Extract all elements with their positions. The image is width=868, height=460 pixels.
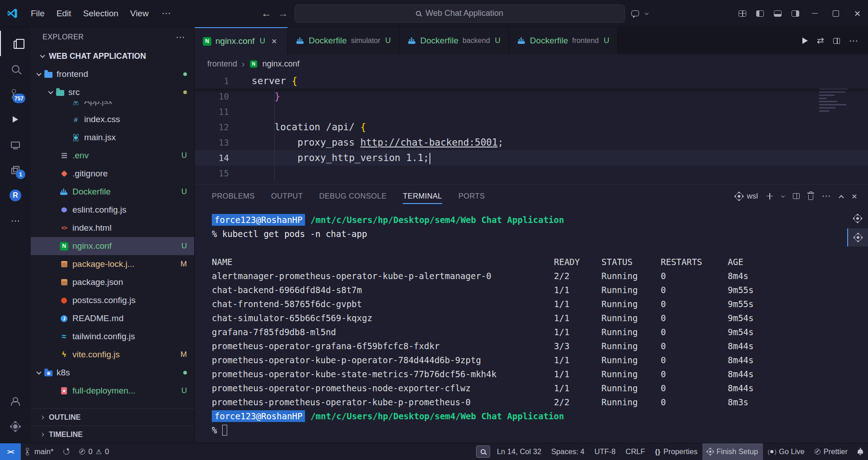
customize-layout-icon[interactable] <box>739 10 746 17</box>
code-line[interactable]: 11 <box>195 104 868 119</box>
activity-remote-explorer[interactable] <box>0 132 31 157</box>
toggle-secondary-sidebar-icon[interactable] <box>792 10 799 17</box>
tree-item-tailwind-config-js[interactable]: tailwind.config.js <box>31 327 194 346</box>
minimize-button[interactable] <box>804 0 825 27</box>
breadcrumb-folder[interactable]: frontend <box>207 59 237 69</box>
tab-nginx-conf[interactable]: nginx.confU <box>195 27 288 54</box>
toggle-panel-icon[interactable] <box>774 10 782 17</box>
code-line[interactable]: 12 location /api/ { <box>195 119 868 135</box>
chat-icon[interactable] <box>631 10 639 16</box>
encoding-status[interactable]: UTF-8 <box>589 443 620 460</box>
tree-item-gitignore[interactable]: .gitignore <box>31 165 194 183</box>
activity-run-debug[interactable] <box>0 107 31 132</box>
problems-status[interactable]: 0 0 <box>74 443 114 460</box>
tree-item-nginx-conf[interactable]: nginx.confU <box>31 237 194 255</box>
tree-item-full-deploymen[interactable]: full-deploymen...U <box>31 382 194 400</box>
run-button[interactable] <box>802 38 808 44</box>
panel-tab-ports[interactable]: PORTS <box>458 185 485 208</box>
tree-item-src[interactable]: src <box>31 83 194 101</box>
panel-tab-debug-console[interactable]: DEBUG CONSOLE <box>319 185 386 208</box>
outline-section[interactable]: OUTLINE <box>31 408 194 426</box>
tree-item-index-html[interactable]: index.html <box>31 219 194 237</box>
tree-item-frontend[interactable]: frontend <box>31 65 194 83</box>
code-line[interactable]: 15 <box>195 166 868 181</box>
terminal-dropdown-icon[interactable] <box>781 194 784 197</box>
split-terminal-icon[interactable] <box>793 193 800 199</box>
maximize-panel-icon[interactable] <box>839 195 844 200</box>
chevron-down-icon[interactable] <box>644 11 648 14</box>
tree-item-postcss-config-js[interactable]: postcss.config.js <box>31 291 194 309</box>
menu-view[interactable]: View <box>124 6 155 21</box>
maximize-button[interactable] <box>825 0 847 27</box>
menu-edit[interactable]: Edit <box>51 6 77 21</box>
cursor-position-status[interactable]: Ln 14, Col 32 <box>492 443 546 460</box>
tree-item-readme-md[interactable]: README.md <box>31 309 194 327</box>
terminal-session-1[interactable] <box>847 209 868 228</box>
terminal-session-2[interactable] <box>847 228 868 247</box>
menu-file[interactable]: File <box>25 6 51 21</box>
menu-selection[interactable]: Selection <box>77 6 124 21</box>
close-icon[interactable] <box>269 36 279 46</box>
activity-accounts[interactable] <box>0 389 31 414</box>
tab-dockerfile-simulator[interactable]: DockerfilesimulatorU <box>288 27 400 54</box>
panel-tab-output[interactable]: OUTPUT <box>271 185 303 208</box>
tab-dockerfile-backend[interactable]: DockerfilebackendU <box>400 27 509 54</box>
finish-setup-status[interactable]: Finish Setup <box>702 443 763 460</box>
search-box[interactable]: Web Chat Application <box>295 5 625 23</box>
new-terminal-button[interactable] <box>767 193 773 199</box>
branch-status[interactable]: main* <box>21 443 58 460</box>
open-changes-icon[interactable] <box>817 36 824 45</box>
panel-more-icon[interactable] <box>822 191 831 201</box>
activity-source-control[interactable]: 757 <box>0 81 31 107</box>
toggle-sidebar-icon[interactable] <box>756 10 764 17</box>
activity-extensions[interactable]: 1 <box>0 157 31 183</box>
eol-status[interactable]: CRLF <box>620 443 650 460</box>
terminal-output[interactable]: force123@RoshanHP /mnt/c/Users/hp/Deskto… <box>195 208 847 443</box>
close-panel-icon[interactable] <box>852 191 857 201</box>
close-button[interactable] <box>847 0 868 27</box>
sync-status[interactable] <box>58 443 74 460</box>
kill-terminal-icon[interactable] <box>808 194 813 200</box>
forward-icon[interactable] <box>278 7 288 19</box>
more-menus-icon[interactable] <box>157 9 175 18</box>
back-icon[interactable] <box>261 7 272 19</box>
code-line[interactable]: 13 proxy_pass http://chat-backend:5001; <box>195 135 868 150</box>
timeline-section[interactable]: TIMELINE <box>31 426 194 443</box>
remote-indicator[interactable] <box>0 443 21 460</box>
code-line[interactable]: 14 proxy_http_version 1.1; <box>195 150 868 166</box>
tree-item-app-jsx[interactable]: App.jsx <box>31 101 194 110</box>
tree-item-main-jsx[interactable]: main.jsx <box>31 128 194 147</box>
code-line[interactable]: 10 } <box>195 89 868 104</box>
panel-tab-problems[interactable]: PROBLEMS <box>212 185 255 208</box>
activity-search[interactable] <box>0 56 31 81</box>
explorer-more-icon[interactable] <box>176 33 186 42</box>
go-live-status[interactable]: Go Live <box>763 443 810 460</box>
activity-r-extension[interactable]: R <box>0 183 31 208</box>
tree-item-env[interactable]: .envU <box>31 147 194 165</box>
tree-item-eslint-config-js[interactable]: eslint.config.js <box>31 201 194 219</box>
panel-tab-terminal[interactable]: TERMINAL <box>403 185 442 208</box>
editor[interactable]: 1server {10 }1112 location /api/ {13 pro… <box>195 73 868 184</box>
notifications-bell[interactable] <box>853 443 868 460</box>
tree-item-dockerfile[interactable]: DockerfileU <box>31 183 194 201</box>
zoom-status[interactable] <box>476 446 490 458</box>
language-mode-status[interactable]: {} Properties <box>650 443 702 460</box>
tree-item-package-json[interactable]: package.json <box>31 273 194 291</box>
tree-item-index-css[interactable]: index.css <box>31 110 194 128</box>
prettier-status[interactable]: Prettier <box>810 443 853 460</box>
breadcrumb[interactable]: frontend nginx.conf <box>195 54 868 73</box>
indentation-status[interactable]: Spaces: 4 <box>546 443 589 460</box>
workspace-header[interactable]: WEB CHAT APPLICATION <box>31 47 194 65</box>
activity-more[interactable] <box>0 208 31 233</box>
split-editor-icon[interactable] <box>833 38 840 44</box>
breadcrumb-file[interactable]: nginx.conf <box>262 59 300 69</box>
tree-item-package-lock-j[interactable]: package-lock.j...M <box>31 255 194 273</box>
editor-more-actions-icon[interactable] <box>849 36 858 46</box>
tree-item-vite-config-js[interactable]: vite.config.jsM <box>31 346 194 364</box>
terminal-profile-label[interactable]: wsl <box>747 192 758 201</box>
activity-settings[interactable] <box>0 414 31 439</box>
tab-dockerfile-frontend[interactable]: DockerfilefrontendU <box>509 27 618 54</box>
tree-item-k8s[interactable]: k8s <box>31 364 194 382</box>
sticky-line[interactable]: 1server { <box>195 73 868 89</box>
activity-explorer[interactable] <box>0 31 31 56</box>
